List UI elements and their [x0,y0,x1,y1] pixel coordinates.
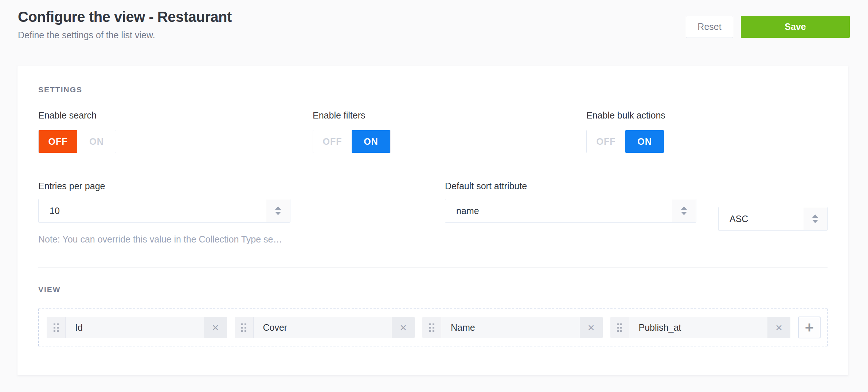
entries-per-page-field: Entries per page 10 Note: You can overri… [38,181,290,245]
chip-label: Publish_at [629,317,768,338]
toggle-off-option[interactable]: OFF [587,130,625,153]
chip-label: Id [66,317,204,338]
drag-handle-icon[interactable] [610,317,629,338]
enable-search-toggle[interactable]: OFF ON [38,130,116,153]
page-header: Configure the view - Restaurant Define t… [18,0,850,40]
select-caret-icon [672,199,696,222]
remove-field-icon[interactable]: × [392,317,415,338]
drag-handle-icon[interactable] [235,317,254,338]
enable-filters-toggle[interactable]: OFF ON [313,130,391,153]
field-chip-id[interactable]: Id × [47,317,227,338]
default-sort-label: Default sort attribute [445,181,696,191]
remove-field-icon[interactable]: × [767,317,790,338]
enable-bulk-actions-field: Enable bulk actions OFF ON [586,110,828,153]
grip-dots-icon [617,323,622,332]
toggle-on-option[interactable]: ON [77,130,116,153]
toggle-on-option[interactable]: ON [625,130,664,153]
remove-field-icon[interactable]: × [204,317,227,338]
header-actions: Reset Save [686,16,850,38]
entries-per-page-label: Entries per page [38,181,290,191]
entries-per-page-note: Note: You can override this value in the… [38,234,290,245]
chip-label: Cover [254,317,392,338]
toggle-on-option[interactable]: ON [352,130,390,153]
add-field-button[interactable]: + [798,317,821,338]
field-chip-cover[interactable]: Cover × [235,317,415,338]
field-chip-publish-at[interactable]: Publish_at × [610,317,791,338]
toggle-off-option[interactable]: OFF [313,130,352,153]
view-fields-dropzone: Id × Cover × Name × Publish_at × + [38,308,828,346]
enable-filters-field: Enable filters OFF ON [313,110,586,153]
view-section-title: VIEW [38,268,828,294]
settings-card: SETTINGS Enable search OFF ON Enable fil… [17,66,848,375]
save-button[interactable]: Save [741,16,850,38]
chip-label: Name [441,317,580,338]
selects-row: Entries per page 10 Note: You can overri… [38,181,828,245]
default-sort-select[interactable]: name [445,199,696,223]
field-chip-name[interactable]: Name × [422,317,603,338]
select-value: name [445,199,696,222]
enable-bulk-actions-toggle[interactable]: OFF ON [586,130,664,153]
sort-order-select[interactable]: ASC [718,207,828,231]
enable-search-label: Enable search [38,110,313,121]
entries-per-page-select[interactable]: 10 [38,199,290,223]
default-sort-field: Default sort attribute name [445,181,696,223]
drag-handle-icon[interactable] [422,317,441,338]
remove-field-icon[interactable]: × [580,317,603,338]
enable-bulk-actions-label: Enable bulk actions [586,110,828,121]
drag-handle-icon[interactable] [47,317,66,338]
enable-filters-label: Enable filters [313,110,586,121]
sort-order-field: ASC [718,199,828,231]
select-caret-icon [804,207,827,230]
grip-dots-icon [241,323,246,332]
toggles-row: Enable search OFF ON Enable filters OFF … [38,110,828,153]
enable-search-field: Enable search OFF ON [38,110,313,153]
grip-dots-icon [429,323,434,332]
select-caret-icon [266,199,290,222]
select-value: 10 [39,199,290,222]
reset-button[interactable]: Reset [686,16,733,38]
settings-section-title: SETTINGS [38,66,828,94]
toggle-off-option[interactable]: OFF [39,130,77,153]
grip-dots-icon [54,323,59,332]
